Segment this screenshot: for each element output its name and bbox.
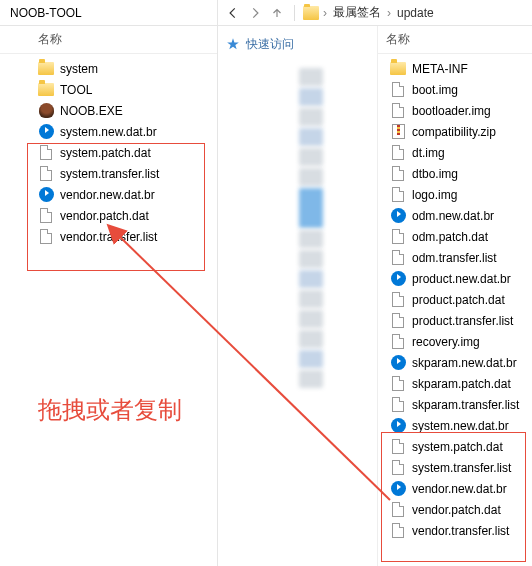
- file-item[interactable]: system.patch.dat: [0, 142, 217, 163]
- file-item[interactable]: system.transfer.list: [382, 457, 532, 478]
- file-item[interactable]: vendor.new.dat.br: [0, 184, 217, 205]
- file-item[interactable]: logo.img: [382, 184, 532, 205]
- file-name: dt.img: [412, 146, 445, 160]
- file-name: vendor.new.dat.br: [412, 482, 507, 496]
- br-icon: [390, 481, 406, 497]
- file-name: compatibility.zip: [412, 125, 496, 139]
- file-item[interactable]: compatibility.zip: [382, 121, 532, 142]
- file-name: system.new.dat.br: [412, 419, 509, 433]
- file-item[interactable]: boot.img: [382, 79, 532, 100]
- file-item[interactable]: system.patch.dat: [382, 436, 532, 457]
- file-icon: [390, 313, 406, 329]
- folder-icon: [390, 61, 406, 77]
- file-item[interactable]: vendor.new.dat.br: [382, 478, 532, 499]
- forward-icon[interactable]: [246, 4, 264, 22]
- file-item[interactable]: system: [0, 58, 217, 79]
- file-name: skparam.patch.dat: [412, 377, 511, 391]
- file-name: skparam.new.dat.br: [412, 356, 517, 370]
- drag-annotation-label: 拖拽或者复制: [38, 394, 182, 426]
- file-item[interactable]: bootloader.img: [382, 100, 532, 121]
- file-item[interactable]: vendor.transfer.list: [382, 520, 532, 541]
- file-icon: [390, 502, 406, 518]
- file-item[interactable]: system.new.dat.br: [382, 415, 532, 436]
- back-icon[interactable]: [224, 4, 242, 22]
- br-icon: [390, 208, 406, 224]
- file-icon: [390, 376, 406, 392]
- breadcrumb-segment[interactable]: update: [395, 6, 436, 20]
- file-list-right: META-INFboot.imgbootloader.imgcompatibil…: [378, 54, 532, 566]
- file-name: vendor.patch.dat: [412, 503, 501, 517]
- file-name: boot.img: [412, 83, 458, 97]
- file-item[interactable]: dt.img: [382, 142, 532, 163]
- file-name: system.new.dat.br: [60, 125, 157, 139]
- file-name: system.transfer.list: [412, 461, 511, 475]
- file-icon: [390, 439, 406, 455]
- file-name: product.patch.dat: [412, 293, 505, 307]
- file-icon: [390, 250, 406, 266]
- file-icon: [38, 229, 54, 245]
- file-name: TOOL: [60, 83, 92, 97]
- file-icon: [38, 208, 54, 224]
- quick-access-label: 快速访问: [246, 36, 294, 53]
- br-icon: [38, 124, 54, 140]
- folder-icon: [38, 82, 54, 98]
- br-icon: [390, 355, 406, 371]
- folder-icon: [38, 61, 54, 77]
- file-item[interactable]: vendor.patch.dat: [0, 205, 217, 226]
- file-item[interactable]: product.patch.dat: [382, 289, 532, 310]
- column-header-name-right[interactable]: 名称: [378, 26, 532, 54]
- file-name: vendor.transfer.list: [60, 230, 157, 244]
- nav-separator: [294, 5, 295, 21]
- column-header-name-left[interactable]: 名称: [0, 26, 217, 54]
- breadcrumb-segment[interactable]: 最属签名: [331, 4, 383, 21]
- chevron-right-icon[interactable]: ›: [323, 6, 327, 20]
- file-list-left: systemTOOLNOOB.EXEsystem.new.dat.brsyste…: [0, 54, 217, 566]
- file-icon: [390, 334, 406, 350]
- quick-access-item[interactable]: 快速访问: [226, 32, 377, 56]
- file-item[interactable]: vendor.transfer.list: [0, 226, 217, 247]
- file-icon: [390, 103, 406, 119]
- file-icon: [38, 166, 54, 182]
- file-item[interactable]: vendor.patch.dat: [382, 499, 532, 520]
- file-item[interactable]: odm.transfer.list: [382, 247, 532, 268]
- file-item[interactable]: recovery.img: [382, 331, 532, 352]
- file-name: recovery.img: [412, 335, 480, 349]
- file-item[interactable]: product.new.dat.br: [382, 268, 532, 289]
- file-name: system.transfer.list: [60, 167, 159, 181]
- file-icon: [390, 145, 406, 161]
- up-icon[interactable]: [268, 4, 286, 22]
- file-item[interactable]: skparam.transfer.list: [382, 394, 532, 415]
- file-name: product.new.dat.br: [412, 272, 511, 286]
- file-name: skparam.transfer.list: [412, 398, 519, 412]
- file-icon: [390, 460, 406, 476]
- file-icon: [390, 292, 406, 308]
- file-icon: [38, 145, 54, 161]
- right-explorer-pane: › 最属签名 › update 快速访问 名: [218, 0, 532, 566]
- file-item[interactable]: META-INF: [382, 58, 532, 79]
- breadcrumb-folder-icon[interactable]: [303, 5, 319, 21]
- file-item[interactable]: odm.new.dat.br: [382, 205, 532, 226]
- br-icon: [390, 271, 406, 287]
- file-icon: [390, 166, 406, 182]
- file-item[interactable]: system.new.dat.br: [0, 121, 217, 142]
- left-explorer-pane: NOOB-TOOL 名称 systemTOOLNOOB.EXEsystem.ne…: [0, 0, 218, 566]
- file-icon: [390, 187, 406, 203]
- file-item[interactable]: TOOL: [0, 79, 217, 100]
- file-name: dtbo.img: [412, 167, 458, 181]
- file-item[interactable]: NOOB.EXE: [0, 100, 217, 121]
- nav-toolbar: › 最属签名 › update: [218, 0, 532, 26]
- file-item[interactable]: skparam.patch.dat: [382, 373, 532, 394]
- chevron-right-icon[interactable]: ›: [387, 6, 391, 20]
- navigation-sidebar: 快速访问: [218, 26, 378, 566]
- window-title: NOOB-TOOL: [0, 0, 217, 26]
- file-name: system.patch.dat: [412, 440, 503, 454]
- zip-icon: [390, 124, 406, 140]
- file-item[interactable]: product.transfer.list: [382, 310, 532, 331]
- br-icon: [38, 187, 54, 203]
- file-item[interactable]: dtbo.img: [382, 163, 532, 184]
- file-item[interactable]: skparam.new.dat.br: [382, 352, 532, 373]
- file-name: vendor.patch.dat: [60, 209, 149, 223]
- file-name: odm.patch.dat: [412, 230, 488, 244]
- file-item[interactable]: odm.patch.dat: [382, 226, 532, 247]
- file-item[interactable]: system.transfer.list: [0, 163, 217, 184]
